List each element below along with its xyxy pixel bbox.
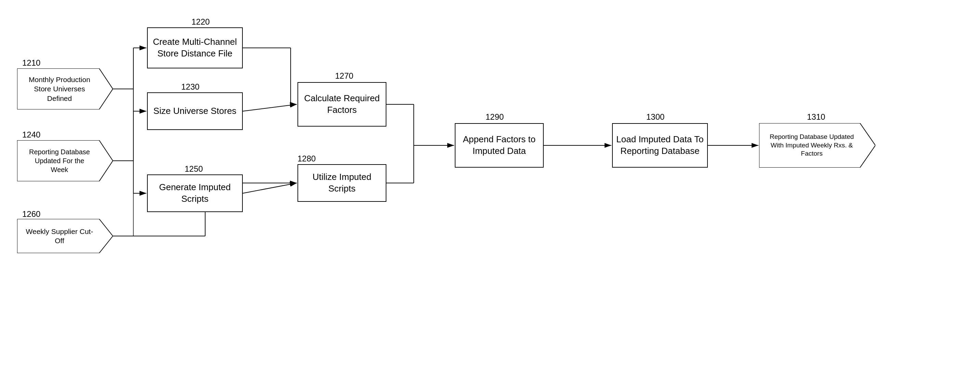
node-1290: Append Factors to Imputed Data (455, 123, 544, 167)
svg-line-19 (243, 183, 297, 193)
label-1310: 1310 (807, 112, 825, 122)
node-1260: Weekly Supplier Cut-Off (17, 219, 113, 253)
node-1210: Monthly Production Store Universes Defin… (17, 68, 113, 110)
label-1260: 1260 (22, 209, 40, 219)
node-1300: Load Imputed Data To Reporting Database (612, 123, 708, 167)
label-1280: 1280 (298, 154, 316, 164)
label-1230: 1230 (181, 82, 199, 92)
label-1220: 1220 (191, 17, 210, 27)
node-1270: Calculate Required Factors (298, 82, 387, 127)
label-1290: 1290 (485, 112, 504, 122)
node-1250: Generate Imputed Scripts (147, 174, 243, 212)
node-1230: Size Universe Stores (147, 92, 243, 130)
node-1240: Reporting Database Updated For the Week (17, 140, 113, 181)
svg-line-18 (243, 104, 297, 111)
node-1220: Create Multi-Channel Store Distance File (147, 27, 243, 68)
label-1300: 1300 (646, 112, 664, 122)
label-1270: 1270 (335, 71, 353, 81)
node-1280: Utilize Imputed Scripts (298, 164, 387, 202)
label-1240: 1240 (22, 130, 40, 140)
label-1250: 1250 (185, 164, 203, 174)
label-1210: 1210 (22, 58, 40, 68)
node-1310: Reporting Database Updated With Imputed … (759, 123, 875, 167)
flowchart-diagram: Monthly Production Store Universes Defin… (0, 0, 980, 379)
